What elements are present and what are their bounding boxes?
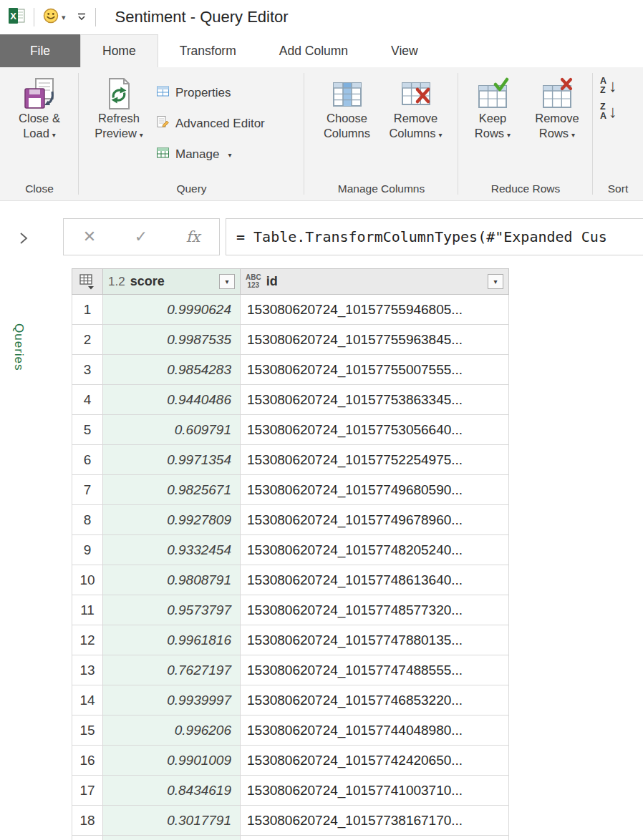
score-cell[interactable]: 0.7627197 <box>103 655 241 685</box>
id-cell[interactable]: 153080620724_10157746853220... <box>241 685 509 716</box>
properties-button[interactable]: Properties <box>156 80 265 106</box>
id-cell[interactable]: 153080620724_10157755963845... <box>241 325 509 355</box>
queries-pane-label[interactable]: Queries <box>11 323 26 371</box>
row-number-cell[interactable]: 10 <box>72 565 103 595</box>
formula-input[interactable]: = Table.TransformColumnTypes(#"Expanded … <box>226 218 643 255</box>
row-number-cell[interactable]: 14 <box>72 685 103 716</box>
id-cell[interactable]: 153080620724_10157742420650... <box>241 746 509 776</box>
row-number-cell[interactable] <box>72 836 103 840</box>
score-cell[interactable]: 0.9961816 <box>103 625 241 655</box>
column-header-score[interactable]: 1.2 score ▾ <box>103 269 241 295</box>
refresh-preview-button[interactable]: Refresh Preview▾ <box>84 67 153 142</box>
score-cell[interactable]: 0.8434619 <box>103 776 241 806</box>
close-and-load-button[interactable]: Close & Load▾ <box>5 67 74 142</box>
id-cell[interactable]: 153080620724_10157747488555... <box>241 655 509 685</box>
row-number-cell[interactable]: 2 <box>72 325 103 355</box>
row-number-cell[interactable]: 3 <box>72 355 103 385</box>
ribbon-group-query: Refresh Preview▾ Properties <box>79 67 304 200</box>
row-number-cell[interactable]: 13 <box>72 655 103 685</box>
remove-columns-button[interactable]: Remove Columns▾ <box>382 67 450 142</box>
sort-descending-button[interactable]: ZA ↓ <box>600 102 617 122</box>
sort-ascending-button[interactable]: AZ ↓ <box>600 76 617 96</box>
id-cell[interactable]: 153080620724_10157744048980... <box>241 716 509 746</box>
row-number-cell[interactable]: 7 <box>72 475 103 505</box>
id-cell[interactable]: 153080620724_10157753863345... <box>241 385 509 415</box>
row-number-cell[interactable]: 16 <box>72 746 103 776</box>
score-cell[interactable]: 0.9901009 <box>103 746 241 776</box>
advanced-editor-button[interactable]: Advanced Editor <box>156 111 265 137</box>
id-cell[interactable] <box>241 836 509 840</box>
row-number-cell[interactable]: 11 <box>72 595 103 625</box>
row-number-cell[interactable]: 15 <box>72 716 103 746</box>
row-number-cell[interactable]: 8 <box>72 505 103 535</box>
row-number-cell[interactable]: 17 <box>72 776 103 806</box>
remove-rows-button[interactable]: Remove Rows▾ <box>524 67 590 142</box>
row-number-cell[interactable]: 6 <box>72 445 103 475</box>
id-cell[interactable]: 153080620724_10157749678960... <box>241 505 509 535</box>
feedback-smiley-icon[interactable] <box>42 7 59 27</box>
score-cell[interactable]: 0.996206 <box>103 716 241 746</box>
group-label-query: Query <box>79 182 304 195</box>
id-cell[interactable]: 153080620724_10157749680590... <box>241 475 509 505</box>
score-cell[interactable]: 0.609791 <box>103 415 241 445</box>
fx-add-step-button[interactable]: fx <box>186 228 200 245</box>
tab-add-column[interactable]: Add Column <box>258 34 369 67</box>
row-number-cell[interactable]: 18 <box>72 806 103 836</box>
score-cell[interactable]: 0.9927809 <box>103 505 241 535</box>
tab-transform[interactable]: Transform <box>158 34 258 67</box>
title-bar: X ▾ Sentiment - Query Editor <box>0 0 643 34</box>
ribbon-group-sort: AZ ↓ ZA ↓ Sort <box>593 67 643 200</box>
table-row: 12 0.9961816 153080620724_10157747880135… <box>72 625 509 655</box>
id-cell[interactable]: 153080620724_10157748205240... <box>241 535 509 565</box>
score-filter-button[interactable]: ▾ <box>219 274 235 289</box>
id-cell[interactable]: 153080620724_10157752254975... <box>241 445 509 475</box>
excel-app-icon[interactable]: X <box>7 6 26 28</box>
table-row: 16 0.9901009 153080620724_10157742420650… <box>72 746 509 776</box>
id-cell[interactable]: 153080620724_10157738167170... <box>241 806 509 836</box>
tab-home[interactable]: Home <box>80 34 158 67</box>
column-name: id <box>266 274 278 289</box>
id-cell[interactable]: 153080620724_10157753056640... <box>241 415 509 445</box>
row-number-cell[interactable]: 9 <box>72 535 103 565</box>
tab-view[interactable]: View <box>369 34 440 67</box>
score-cell[interactable]: 0.9971354 <box>103 445 241 475</box>
id-cell[interactable]: 153080620724_10157741003710... <box>241 776 509 806</box>
column-header-id[interactable]: ABC123 id ▾ <box>241 269 509 295</box>
score-cell[interactable]: 0.9987535 <box>103 325 241 355</box>
score-cell[interactable]: 0.9573797 <box>103 595 241 625</box>
id-cell[interactable]: 153080620724_10157755007555... <box>241 355 509 385</box>
select-all-button[interactable] <box>72 269 103 295</box>
expand-queries-pane-button[interactable] <box>14 229 33 248</box>
id-cell[interactable]: 153080620724_10157747880135... <box>241 625 509 655</box>
id-cell[interactable]: 153080620724_10157748577320... <box>241 595 509 625</box>
table-row: 7 0.9825671 153080620724_10157749680590.… <box>72 475 509 505</box>
remove-columns-icon <box>400 77 432 111</box>
score-cell[interactable]: 0.9854283 <box>103 355 241 385</box>
manage-button[interactable]: Manage ▾ <box>156 142 265 167</box>
id-cell[interactable]: 153080620724_10157755946805... <box>241 295 509 325</box>
id-cell[interactable]: 153080620724_10157748613640... <box>241 565 509 595</box>
row-number-cell[interactable]: 12 <box>72 625 103 655</box>
id-filter-button[interactable]: ▾ <box>488 274 503 289</box>
score-cell[interactable]: 0.9332454 <box>103 535 241 565</box>
score-cell[interactable]: 0.9440486 <box>103 385 241 415</box>
smiley-dropdown-icon[interactable]: ▾ <box>62 13 66 22</box>
score-cell[interactable]: 0.9990624 <box>103 295 241 325</box>
score-cell[interactable]: 0.9939997 <box>103 685 241 716</box>
score-cell[interactable]: 0.3017791 <box>103 806 241 836</box>
choose-columns-button[interactable]: Choose Columns <box>313 67 382 142</box>
ribbon-tab-bar: File Home Transform Add Column View <box>0 34 643 67</box>
number-type-badge: 1.2 <box>108 275 125 289</box>
keep-rows-button[interactable]: Keep Rows▾ <box>461 67 524 142</box>
commit-formula-button[interactable]: ✓ <box>135 228 148 246</box>
score-cell[interactable]: 0.9808791 <box>103 565 241 595</box>
row-number-cell[interactable]: 4 <box>72 385 103 415</box>
tab-file[interactable]: File <box>0 34 80 67</box>
score-cell[interactable] <box>103 836 241 840</box>
customize-toolbar-icon[interactable] <box>76 12 87 22</box>
cancel-formula-button[interactable]: ✕ <box>83 228 96 246</box>
row-number-cell[interactable]: 1 <box>72 295 103 325</box>
group-label-reduce-rows: Reduce Rows <box>458 182 593 195</box>
score-cell[interactable]: 0.9825671 <box>103 475 241 505</box>
row-number-cell[interactable]: 5 <box>72 415 103 445</box>
